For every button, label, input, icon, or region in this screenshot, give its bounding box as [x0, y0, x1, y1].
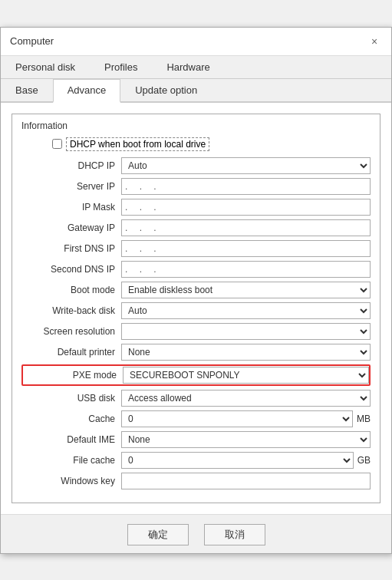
window-title: Computer [10, 35, 54, 47]
dhcp-checkbox-row: DHCP when boot from local drive [52, 137, 371, 151]
ip-mask-label: IP Mask [21, 202, 121, 213]
server-ip-label: Server IP [21, 181, 121, 192]
default-ime-select[interactable]: None [121, 431, 371, 448]
gateway-ip-row: Gateway IP . . . [21, 219, 371, 236]
tab-personal-disk[interactable]: Personal disk [1, 56, 90, 78]
server-ip-control: . . . [121, 178, 371, 195]
file-cache-unit: GB [357, 455, 371, 466]
default-printer-label: Default printer [21, 347, 121, 358]
default-printer-select[interactable]: None [121, 344, 371, 361]
write-back-disk-row: Write-back disk Auto [21, 302, 371, 319]
first-dns-ip-dots: . . . [125, 243, 161, 254]
dhcp-checkbox-label: DHCP when boot from local drive [66, 137, 209, 151]
cache-unit: MB [357, 414, 371, 424]
write-back-disk-label: Write-back disk [21, 305, 121, 316]
first-dns-ip-field[interactable]: . . . [121, 240, 371, 257]
server-ip-dots: . . . [125, 181, 161, 192]
tab-update-option[interactable]: Update option [120, 79, 212, 101]
default-ime-row: Default IME None [21, 431, 371, 448]
dhcp-checkbox[interactable] [52, 139, 62, 149]
usb-disk-row: USB disk Access allowed [21, 390, 371, 407]
pxe-mode-row: PXE mode SECUREBOOT SNPONLY [21, 364, 371, 386]
default-printer-control: None [121, 344, 371, 361]
default-printer-row: Default printer None [21, 344, 371, 361]
ip-mask-control: . . . [121, 199, 371, 216]
second-dns-ip-label: Second DNS IP [21, 264, 121, 275]
boot-mode-row: Boot mode Enable diskless boot [21, 282, 371, 298]
write-back-disk-control: Auto [121, 302, 371, 319]
cache-label: Cache [21, 414, 121, 424]
screen-resolution-row: Screen resolution [21, 323, 371, 340]
windows-key-row: Windows key [21, 473, 371, 489]
second-dns-ip-field[interactable]: . . . [121, 261, 371, 278]
tab-content: Information DHCP when boot from local dr… [1, 103, 391, 514]
windows-key-input[interactable] [121, 473, 371, 489]
boot-mode-control: Enable diskless boot [121, 282, 371, 298]
server-ip-row: Server IP . . . [21, 178, 371, 195]
main-window: Computer × Personal disk Profiles Hardwa… [0, 27, 392, 554]
ip-mask-field[interactable]: . . . [121, 199, 371, 216]
usb-disk-select[interactable]: Access allowed [121, 390, 371, 407]
windows-key-label: Windows key [21, 476, 121, 486]
first-dns-ip-label: First DNS IP [21, 243, 121, 254]
cache-control: 0 MB [121, 410, 371, 427]
default-ime-label: Default IME [21, 434, 121, 445]
dhcp-ip-control: Auto [121, 157, 371, 174]
tab-base[interactable]: Base [1, 79, 53, 101]
tabs-row2: Base Advance Update option [1, 79, 391, 103]
ip-mask-row: IP Mask . . . [21, 199, 371, 216]
file-cache-row: File cache 0 GB [21, 452, 371, 469]
screen-resolution-control [121, 323, 371, 340]
ok-button[interactable]: 确定 [127, 524, 189, 545]
cache-select[interactable]: 0 [121, 410, 353, 427]
ip-mask-dots: . . . [125, 202, 161, 213]
dhcp-ip-label: DHCP IP [21, 160, 121, 171]
gateway-ip-label: Gateway IP [21, 222, 121, 233]
usb-disk-label: USB disk [21, 393, 121, 404]
default-ime-control: None [121, 431, 371, 448]
file-cache-select[interactable]: 0 [121, 452, 354, 469]
group-label: Information [21, 120, 371, 131]
file-cache-label: File cache [21, 455, 121, 466]
tabs-row1: Personal disk Profiles Hardware [1, 56, 391, 79]
gateway-ip-field[interactable]: . . . [121, 219, 371, 236]
boot-mode-label: Boot mode [21, 285, 121, 295]
gateway-ip-dots: . . . [125, 222, 161, 233]
screen-resolution-label: Screen resolution [21, 326, 121, 337]
second-dns-ip-control: . . . [121, 261, 371, 278]
screen-resolution-select[interactable] [121, 323, 371, 340]
pxe-mode-control: SECUREBOOT SNPONLY [123, 367, 369, 384]
pxe-mode-label: PXE mode [23, 370, 123, 381]
tab-hardware[interactable]: Hardware [152, 56, 224, 78]
first-dns-ip-row: First DNS IP . . . [21, 240, 371, 257]
windows-key-control [121, 473, 371, 489]
dhcp-ip-row: DHCP IP Auto [21, 157, 371, 174]
tab-advance[interactable]: Advance [53, 79, 121, 103]
first-dns-ip-control: . . . [121, 240, 371, 257]
close-button[interactable]: × [367, 34, 382, 49]
gateway-ip-control: . . . [121, 219, 371, 236]
cache-row: Cache 0 MB [21, 410, 371, 427]
tab-profiles[interactable]: Profiles [90, 56, 152, 78]
pxe-mode-select[interactable]: SECUREBOOT SNPONLY [123, 367, 369, 384]
second-dns-ip-row: Second DNS IP . . . [21, 261, 371, 278]
file-cache-control: 0 GB [121, 452, 371, 469]
bottom-buttons: 确定 取消 [1, 514, 391, 553]
usb-disk-control: Access allowed [121, 390, 371, 407]
second-dns-ip-dots: . . . [125, 264, 161, 275]
write-back-disk-select[interactable]: Auto [121, 302, 371, 319]
information-group: Information DHCP when boot from local dr… [12, 114, 380, 503]
cancel-button[interactable]: 取消 [204, 524, 265, 545]
server-ip-field[interactable]: . . . [121, 178, 371, 195]
dhcp-ip-select[interactable]: Auto [121, 157, 371, 174]
title-bar: Computer × [1, 28, 391, 56]
boot-mode-select[interactable]: Enable diskless boot [121, 282, 371, 298]
